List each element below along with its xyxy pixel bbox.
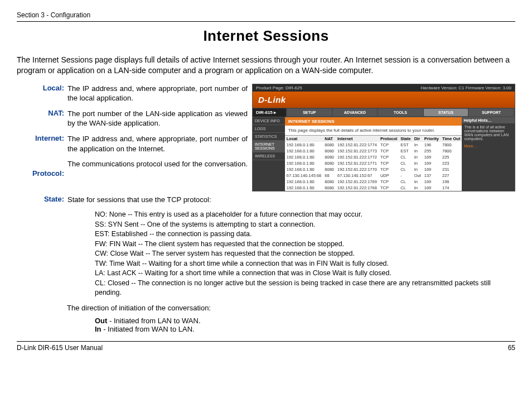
- def-text-state: State for sessions that use the TCP prot…: [67, 195, 515, 205]
- ss-nav-advanced[interactable]: ADVANCED: [333, 109, 378, 116]
- def-label-state: State:: [17, 195, 67, 205]
- state-list: NO: None -- This entry is used as a plac…: [95, 210, 515, 298]
- ss-side-sessions[interactable]: INTERNET SESSIONS: [253, 141, 285, 152]
- table-row: 192.168.0.1:808080192.152.81.222:1769TCP…: [285, 179, 462, 185]
- ss-nav-status[interactable]: STATUS: [424, 109, 468, 116]
- ss-hints-title: Helpful Hints…: [462, 117, 515, 123]
- ss-nav-setup[interactable]: SETUP: [287, 109, 332, 116]
- page-footer: D-Link DIR-615 User Manual 65: [17, 341, 515, 352]
- ss-th-nat: NAT: [323, 135, 336, 142]
- def-label-internet: Internet:: [17, 134, 67, 154]
- ss-th-state: State: [399, 135, 412, 142]
- direction-intro: The direction of initiation of the conve…: [67, 304, 515, 312]
- table-row: 192.168.0.1:808080192.152.81.222:1772TCP…: [285, 154, 462, 160]
- ss-th-timeout: Time Out: [441, 135, 462, 142]
- def-text-nat: The port number of the LAN-side applicat…: [67, 109, 248, 128]
- state-la: LA: Last ACK -- Waiting for a short time…: [95, 269, 515, 279]
- ss-side-device[interactable]: DEVICE INFO: [253, 117, 285, 125]
- ss-th-internet: Internet: [336, 135, 379, 142]
- state-cw: CW: Close Wait -- The server system has …: [95, 249, 515, 259]
- section-header: Section 3 - Configuration: [17, 11, 515, 22]
- ss-hints-more[interactable]: More…: [464, 144, 512, 148]
- router-screenshot: Product Page: DIR-625 Hardware Version: …: [252, 84, 515, 191]
- ss-th-local: Local: [285, 135, 323, 142]
- def-label-local: Local:: [17, 84, 67, 103]
- state-est: EST: Established -- the connection is pa…: [95, 229, 515, 239]
- table-row: 192.168.0.1:808080192.152.81.222:1771TCP…: [285, 160, 462, 166]
- ss-model: DIR-615 ▸: [253, 108, 286, 117]
- ss-sessions-table: Local NAT Internet Protocol State Dir Pr…: [285, 135, 462, 191]
- def-text-local: The IP address and, where appropriate, p…: [67, 84, 248, 103]
- ss-sidebar: DEVICE INFO LOGS STATISTICS INTERNET SES…: [253, 117, 285, 191]
- state-cl: CL: Closed -- The connection is no longe…: [95, 279, 515, 298]
- state-tw: TW: Time Wait -- Waiting for a short tim…: [95, 259, 515, 269]
- footer-page: 65: [508, 344, 515, 352]
- table-row: 192.168.0.1:808080192.152.81.222:1770TCP…: [285, 166, 462, 173]
- ss-side-wireless[interactable]: WIRELESS: [253, 152, 285, 160]
- def-label-protocol: Protocol:: [17, 169, 67, 178]
- footer-title: D-Link DIR-615 User Manual: [17, 344, 103, 352]
- table-row: 192.168.0.1:808080192.152.81.222:1774TCP…: [285, 142, 462, 148]
- definitions-column: Local: The IP address and, where appropr…: [17, 84, 248, 183]
- direction-out: Out - Initiated from LAN to WAN.: [95, 317, 515, 325]
- direction-in: In - Initiated from WAN to LAN.: [95, 325, 515, 333]
- ss-main-panel: INTERNET SESSIONS This page displays the…: [285, 117, 462, 191]
- table-row: 192.168.0.1:808080192.152.81.222:1773TCP…: [285, 148, 462, 154]
- ss-hints-panel: Helpful Hints… This is a list of all act…: [462, 117, 515, 191]
- state-fw: FW: FIN Wait -- The client system has re…: [95, 239, 515, 250]
- ss-hints-body: This is a list of all active conversatio…: [464, 125, 512, 141]
- ss-version: Hardware Version: C1 Firmware Version: 3…: [420, 85, 511, 90]
- ss-nav-support[interactable]: SUPPORT: [469, 109, 514, 116]
- ss-nav-tools[interactable]: TOOLS: [378, 109, 423, 116]
- ss-main-subtext: This page displays the full details of a…: [285, 126, 462, 135]
- ss-th-dir: Dir: [413, 135, 423, 142]
- ss-side-stats[interactable]: STATISTICS: [253, 133, 285, 141]
- ss-product: Product Page: DIR-625: [256, 85, 302, 90]
- state-ss: SS: SYN Sent -- One of the systems is at…: [95, 220, 515, 230]
- ss-th-priority: Priority: [423, 135, 441, 142]
- intro-paragraph: The Internet Sessions page displays full…: [17, 55, 515, 76]
- table-row: 67.130.140.145:686867.130.140.152:67UDP-…: [285, 173, 462, 179]
- state-no: NO: None -- This entry is used as a plac…: [95, 210, 515, 220]
- ss-side-logs[interactable]: LOGS: [253, 125, 285, 133]
- def-text-internet: The IP address and, where appropriate, p…: [67, 134, 248, 154]
- ss-brand-logo: D-Link: [253, 92, 515, 108]
- ss-main-header: INTERNET SESSIONS: [285, 117, 462, 126]
- ss-th-protocol: Protocol: [379, 135, 399, 142]
- def-text-protocol: The communications protocol used for the…: [67, 159, 248, 178]
- table-row: 192.168.0.1:808080192.152.81.222:1768TCP…: [285, 185, 462, 191]
- page-title: Internet Sessions: [17, 27, 515, 45]
- def-label-nat: NAT:: [17, 109, 67, 128]
